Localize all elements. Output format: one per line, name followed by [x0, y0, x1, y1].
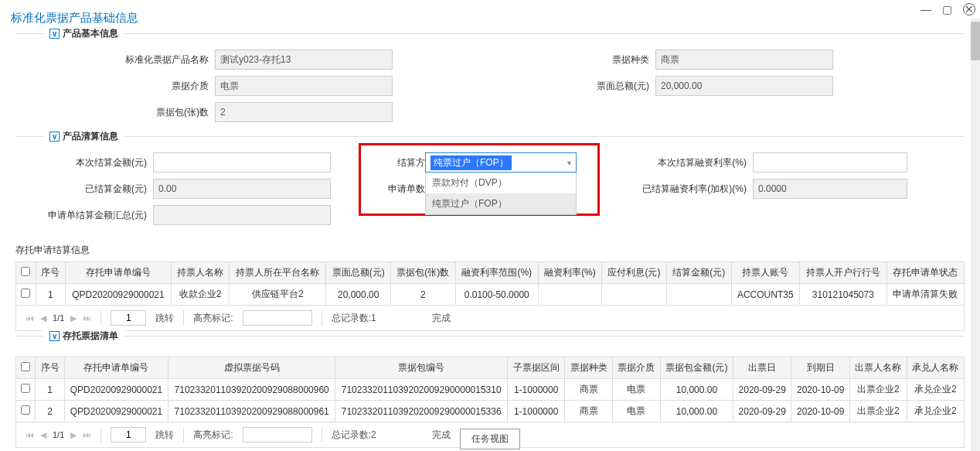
pager-next-icon[interactable]: ▶ — [70, 313, 77, 323]
pager-jump-button[interactable]: 跳转 — [155, 429, 174, 442]
chevron-down-icon: ∨ — [49, 29, 60, 39]
settle-method-option-fop[interactable]: 纯票过户（FOP） — [426, 193, 576, 214]
settle-rate-input[interactable] — [753, 152, 907, 173]
table-header: 子票据区间 — [508, 357, 565, 379]
section-bill-list-legend[interactable]: ∨ 存托票据清单 — [43, 330, 124, 343]
table-header: 承兑人名称 — [907, 357, 964, 379]
table-header: 存托申请单编号 — [66, 262, 172, 284]
page-title: 标准化票据产品基础信息 — [0, 0, 980, 33]
bank-link[interactable]: 310121045073 — [800, 284, 887, 306]
table-header: 虚拟票据号码 — [168, 357, 335, 379]
bill-type-field — [655, 50, 833, 70]
product-name-label: 标准化票据产品名称 — [37, 53, 215, 67]
table-header: 票据种类 — [565, 357, 613, 379]
pager-jump-button[interactable]: 跳转 — [155, 312, 174, 325]
account-link[interactable]: ACCOUNT35 — [731, 284, 800, 306]
pager-highlight-input[interactable] — [243, 427, 312, 442]
pager-last-icon[interactable]: ⏭ — [83, 430, 91, 440]
header-checkbox[interactable] — [21, 362, 30, 371]
settle-info-table: 序号存托申请单编号持票人名称持票人所在平台名称票面总额(元)票据包(张)数融资利… — [15, 261, 965, 306]
settle-method-option-dvp[interactable]: 票款对付（DVP） — [426, 173, 576, 193]
settle-info-title: 存托申请结算信息 — [15, 236, 965, 261]
pager-first-icon[interactable]: ⏮ — [26, 430, 34, 440]
medium-field — [215, 76, 393, 96]
table-header: 到期日 — [791, 357, 849, 379]
pack-count-field — [215, 102, 393, 122]
table-header: 持票人所在平台名称 — [230, 262, 326, 284]
vertical-scrollbar[interactable] — [971, 19, 980, 451]
row-checkbox[interactable] — [21, 384, 30, 393]
maximize-icon[interactable]: ▢ — [942, 3, 952, 15]
pager-next-icon[interactable]: ▶ — [70, 430, 77, 440]
table-row[interactable]: 1QPD202009290000217102332011039202009290… — [16, 379, 965, 401]
table-header: 结算金额(元) — [666, 262, 731, 284]
face-total-field — [655, 76, 833, 96]
chevron-down-icon: ∨ — [49, 132, 60, 142]
settled-rate-label: 已结算融资利率(加权)(%) — [629, 183, 753, 196]
task-view-button[interactable]: 任务视图 — [460, 429, 520, 449]
table-header: 票面总额(元) — [326, 262, 391, 284]
settled-amt-field — [153, 179, 331, 199]
bill-list-table: 序号存托申请单编号虚拟票据号码票据包编号子票据区间票据种类票据介质票据包金额(元… — [15, 357, 965, 422]
settled-rate-field — [753, 179, 907, 199]
table-header: 融资利率(%) — [538, 262, 601, 284]
pager-last-icon[interactable]: ⏭ — [83, 313, 91, 323]
table-header: 持票人开户行行号 — [800, 262, 887, 284]
pager-goto-input[interactable] — [111, 427, 146, 442]
settle-amt-label: 本次结算金额(元) — [37, 156, 153, 169]
table-header: 存托申请单编号 — [64, 357, 168, 379]
sum-field — [153, 205, 331, 225]
table-header: 票据包(张)数 — [391, 262, 456, 284]
section-basic-legend[interactable]: ∨ 产品基本信息 — [43, 27, 124, 40]
bill-type-label: 票据种类 — [563, 53, 655, 67]
product-name-field — [215, 50, 393, 70]
pager-highlight-input[interactable] — [243, 310, 312, 326]
table-header: 出票人名称 — [849, 357, 907, 379]
minimize-icon[interactable]: — — [920, 3, 931, 15]
chevron-down-icon: ▾ — [567, 159, 571, 167]
header-checkbox[interactable] — [21, 267, 30, 276]
pager-prev-icon[interactable]: ◀ — [40, 313, 46, 323]
medium-label: 票据介质 — [37, 80, 215, 93]
table-header: 序号 — [36, 262, 65, 284]
section-clearing-legend[interactable]: ∨ 产品清算信息 — [43, 130, 124, 143]
settle-method-select[interactable]: 纯票过户（FOP） ▾ — [425, 152, 577, 173]
row-checkbox[interactable] — [21, 289, 30, 298]
settled-amt-label: 已结算金额(元) — [37, 183, 153, 196]
pager-prev-icon[interactable]: ◀ — [40, 430, 46, 440]
table-header: 持票人名称 — [171, 262, 229, 284]
settle-rate-label: 本次结算融资利率(%) — [629, 156, 753, 169]
table-header: 存托申请单状态 — [886, 262, 964, 284]
settle-info-pager: ⏮ ◀ 1/1 ▶ ⏭ 跳转 高亮标记: 总记录数:1 完成 — [15, 306, 965, 331]
table-header: 应付利息(元) — [602, 262, 667, 284]
table-header: 票据包金额(元) — [660, 357, 733, 379]
pager-goto-input[interactable] — [111, 310, 146, 326]
table-header — [16, 262, 36, 284]
pager-first-icon[interactable]: ⏮ — [26, 313, 34, 323]
row-checkbox[interactable] — [21, 405, 30, 415]
table-header: 票据介质 — [612, 357, 660, 379]
close-icon[interactable]: ✕ — [963, 3, 975, 15]
settle-amt-input[interactable] — [153, 152, 331, 173]
table-header: 序号 — [36, 357, 65, 379]
table-header: 融资利率范围(%) — [455, 262, 538, 284]
pack-count-label: 票据包(张)数 — [37, 106, 215, 119]
table-header: 票据包编号 — [335, 357, 508, 379]
face-total-label: 票面总额(元) — [563, 80, 655, 93]
table-row[interactable]: 2QPD202009290000217102332011039202009290… — [16, 401, 965, 422]
sum-label: 申请单结算金额汇总(元) — [37, 209, 153, 222]
table-header — [16, 357, 36, 379]
table-header: 出票日 — [733, 357, 791, 379]
table-row[interactable]: 1 QPD20200929000021 收款企业2 供应链平台2 20,000.… — [16, 284, 965, 306]
chevron-down-icon: ∨ — [49, 331, 60, 341]
table-header: 持票人账号 — [731, 262, 800, 284]
